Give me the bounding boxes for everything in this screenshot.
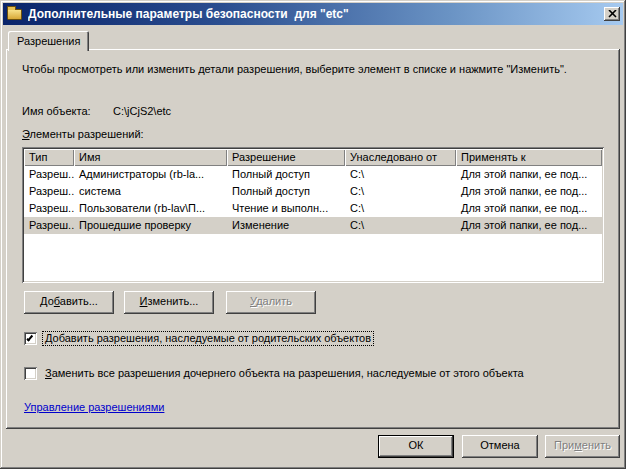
cell-permission: Чтение и выполн... xyxy=(227,200,345,217)
check-icon xyxy=(26,334,33,341)
cell-apply-to: Для этой папки, ее под... xyxy=(456,183,602,200)
replace-permissions-label: Заменить все разрешения дочернего объект… xyxy=(43,367,526,380)
cancel-button[interactable]: Отмена xyxy=(462,435,538,458)
cell-type: Разреш... xyxy=(24,166,74,183)
cell-inherited-from: C:\ xyxy=(345,217,456,234)
permission-entries-label: Элементы разрешений: xyxy=(22,128,144,140)
manage-permissions-link[interactable]: Управление разрешениями xyxy=(24,401,164,413)
cell-name: Пользователи (rb-lav\П... xyxy=(74,200,227,217)
cell-apply-to: Для этой папки, ее под... xyxy=(456,217,602,234)
permissions-tab-page: Чтобы просмотреть или изменить детали ра… xyxy=(6,49,620,429)
description-text: Чтобы просмотреть или изменить детали ра… xyxy=(22,63,567,75)
tab-label: Разрешения xyxy=(17,35,80,47)
cell-apply-to: Для этой папки, ее под... xyxy=(456,200,602,217)
table-row[interactable]: Разреш... Администраторы (rb-la... Полны… xyxy=(24,166,602,183)
edit-button[interactable]: Изменить... xyxy=(124,291,214,314)
inherit-permissions-checkbox[interactable]: Добавить разрешения, наследуемые от роди… xyxy=(24,332,373,345)
cell-inherited-from: C:\ xyxy=(345,200,456,217)
tab-permissions[interactable]: Разрешения xyxy=(8,31,89,51)
cell-type: Разреш... xyxy=(24,217,74,234)
permissions-list[interactable]: Тип Имя Разрешение Унаследовано от Приме… xyxy=(22,147,604,283)
checkbox-checked[interactable] xyxy=(24,332,37,345)
cell-inherited-from: C:\ xyxy=(345,166,456,183)
cell-permission: Полный доступ xyxy=(227,183,345,200)
ok-button[interactable]: ОК xyxy=(378,435,454,458)
table-row[interactable]: Разреш... Пользователи (rb-lav\П... Чтен… xyxy=(24,200,602,217)
cell-inherited-from: C:\ xyxy=(345,183,456,200)
inherit-permissions-label: Добавить разрешения, наследуемые от роди… xyxy=(43,332,373,345)
cell-permission: Полный доступ xyxy=(227,166,345,183)
list-header: Тип Имя Разрешение Унаследовано от Приме… xyxy=(24,149,602,166)
cell-name: Прошедшие проверку xyxy=(74,217,227,234)
cell-type: Разреш... xyxy=(24,200,74,217)
column-header-inherited-from[interactable]: Унаследовано от xyxy=(345,149,456,166)
close-icon xyxy=(608,10,617,18)
column-header-permission[interactable]: Разрешение xyxy=(227,149,345,166)
delete-button[interactable]: Удалить xyxy=(226,291,316,314)
close-button[interactable] xyxy=(604,7,620,21)
cell-name: Администраторы (rb-la... xyxy=(74,166,227,183)
column-header-name[interactable]: Имя xyxy=(74,149,227,166)
column-header-type[interactable]: Тип xyxy=(24,149,74,166)
column-header-apply-to[interactable]: Применять к xyxy=(456,149,602,166)
cell-name: система xyxy=(74,183,227,200)
cell-type: Разреш... xyxy=(24,183,74,200)
window-title: Дополнительные параметры безопасности дл… xyxy=(28,7,604,21)
table-row[interactable]: Разреш... система Полный доступ C:\ Для … xyxy=(24,183,602,200)
advanced-security-dialog: Дополнительные параметры безопасности дл… xyxy=(0,0,626,469)
table-row-selected[interactable]: Разреш... Прошедшие проверку Изменение C… xyxy=(24,217,602,234)
object-name-label: Имя объекта: xyxy=(22,105,91,117)
add-button[interactable]: Добавить... xyxy=(24,291,114,314)
cell-apply-to: Для этой папки, ее под... xyxy=(456,166,602,183)
replace-permissions-checkbox[interactable]: Заменить все разрешения дочернего объект… xyxy=(24,367,526,380)
cell-permission: Изменение xyxy=(227,217,345,234)
apply-button[interactable]: Применить xyxy=(545,435,620,458)
checkbox-unchecked[interactable] xyxy=(24,367,37,380)
titlebar: Дополнительные параметры безопасности дл… xyxy=(3,3,623,25)
folder-icon xyxy=(7,9,22,20)
object-name-value: C:\jCjS2\etc xyxy=(113,105,171,117)
